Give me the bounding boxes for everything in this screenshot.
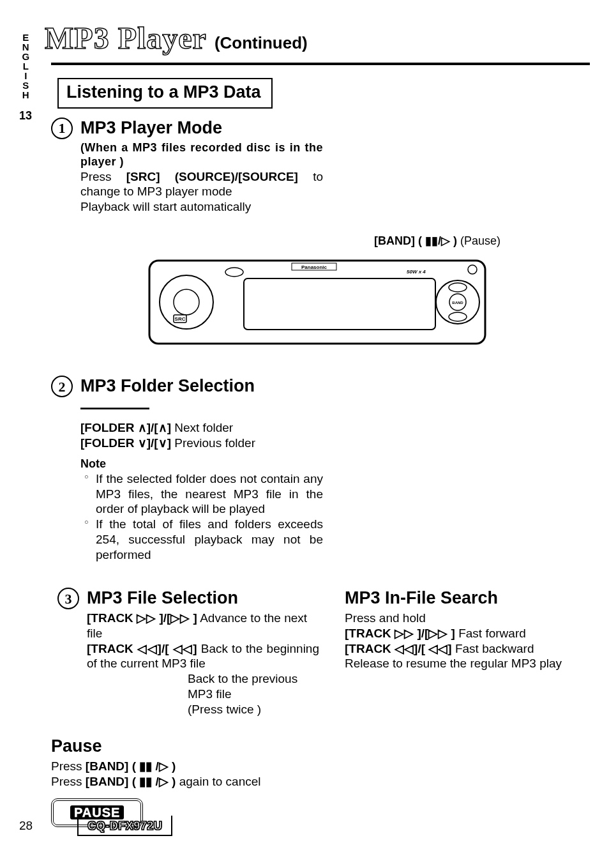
button-ref-track-back: [TRACK ◁◁]/[ ◁◁] [87, 642, 197, 655]
side-language-label: ENGLISH [19, 32, 31, 99]
text: Press [80, 170, 126, 183]
text: Previous folder [171, 436, 255, 450]
pause-section: Pause Press [BAND] ( ▮▮ /▷ ) Press [BAND… [51, 736, 319, 826]
infile-p2: Release to resume the regular MP3 play [345, 656, 581, 671]
button-ref-src: [SRC] (SOURCE)/[SOURCE] [126, 170, 298, 183]
button-ref-track-fwd: [TRACK ▷▷ ]/[▷▷ ] [345, 627, 455, 640]
button-ref-band: [BAND] ( ▮▮/▷ ) [374, 234, 457, 247]
model-number: CQ-DFX972U [87, 819, 162, 832]
button-ref-folder-up: [FOLDER ∧]/[∧] [80, 421, 171, 434]
step-3: 3 MP3 File Selection [TRACK ▷▷ ]/[▷▷ ] A… [57, 588, 319, 717]
page-title: MP3 Player [45, 19, 207, 57]
svg-point-2 [174, 289, 199, 315]
step-number-1: 1 [51, 118, 73, 139]
svg-point-15 [468, 265, 477, 274]
svg-point-12 [449, 312, 467, 321]
button-ref-band-pause: [BAND] ( ▮▮ /▷ ) [86, 775, 176, 788]
folder-prev: [FOLDER ∨]/[∨] Previous folder [80, 436, 323, 451]
model-chip: CQ-DFX972U [77, 816, 172, 836]
svg-rect-6 [244, 278, 435, 330]
step-1: 1 MP3 Player Mode (When a MP3 files reco… [51, 118, 590, 215]
infile-p1: Press and hold [345, 611, 581, 626]
button-ref-band-pause: [BAND] ( ▮▮ /▷ ) [86, 759, 176, 773]
car-stereo-diagram: SRC Panasonic 50W x 4 BAND [148, 254, 486, 350]
button-ref-track-back: [TRACK ◁◁]/[ ◁◁] [345, 642, 452, 655]
track-next: [TRACK ▷▷ ]/[▷▷ ] Advance to the next fi… [87, 611, 319, 641]
step-2: 2 MP3 Folder Selection ———— [FOLDER ∧]/[… [51, 376, 590, 562]
side-page-indicator: 13 [19, 109, 32, 123]
text: Fast backward [452, 642, 534, 655]
step-number-2: 2 [51, 376, 73, 397]
svg-text:Panasonic: Panasonic [301, 264, 327, 270]
infile-fb: [TRACK ◁◁]/[ ◁◁] Fast backward [345, 641, 581, 657]
svg-text:SRC: SRC [175, 316, 186, 322]
button-ref-track-fwd: [TRACK ▷▷ ]/[▷▷ ] [87, 611, 197, 625]
page-title-row: MP3 Player (Continued) [45, 19, 590, 57]
text: Press [51, 775, 86, 788]
step3-heading: MP3 File Selection [87, 588, 319, 609]
pause-line2: Press [BAND] ( ▮▮ /▷ ) again to cancel [51, 774, 319, 789]
track-prev3: (Press twice ) [87, 702, 319, 717]
svg-point-5 [225, 268, 243, 277]
pause-heading: Pause [51, 736, 319, 758]
step1-condition: (When a MP3 files recorded disc is in th… [80, 141, 323, 169]
button-ref-folder-down: [FOLDER ∨]/[∨] [80, 436, 171, 450]
step1-heading: MP3 Player Mode [80, 118, 323, 139]
step2-heading: MP3 Folder Selection ———— [80, 376, 323, 419]
note-label: Note [80, 457, 323, 471]
text: Next folder [171, 421, 233, 434]
text: again to cancel [176, 775, 260, 788]
pause-line1: Press [BAND] ( ▮▮ /▷ ) [51, 759, 319, 774]
infile-ff: [TRACK ▷▷ ]/[▷▷ ] Fast forward [345, 626, 581, 641]
svg-text:50W x 4: 50W x 4 [407, 269, 426, 275]
page-number: 28 [19, 818, 33, 834]
note-item-2: If the total of files and folders exceed… [87, 517, 323, 562]
svg-point-11 [449, 283, 467, 292]
step-number-3: 3 [57, 588, 79, 609]
section-heading-box: Listening to a MP3 Data [57, 78, 273, 109]
text: Fast forward [455, 627, 526, 640]
band-pause-callout: [BAND] ( ▮▮/▷ ) (Pause) [45, 234, 500, 248]
step1-note: Playback will start automatically [80, 199, 323, 215]
page-footer: 28 CQ-DFX972U [19, 816, 172, 836]
track-prev2: Back to the previous MP3 file [87, 671, 319, 702]
text: (Pause) [457, 234, 500, 247]
infile-heading: MP3 In-File Search [345, 588, 581, 609]
note-item-1: If the selected folder does not contain … [87, 471, 323, 517]
step1-instruction: Press [SRC] (SOURCE)/[SOURCE] to change … [80, 169, 323, 200]
title-rule [51, 63, 590, 65]
track-prev: [TRACK ◁◁]/[ ◁◁] Back to the beginning o… [87, 641, 319, 672]
folder-next: [FOLDER ∧]/[∧] Next folder [80, 420, 323, 436]
svg-text:BAND: BAND [452, 301, 463, 305]
text: Press [51, 759, 86, 773]
note-list: If the selected folder does not contain … [87, 471, 323, 563]
page-title-continued: (Continued) [214, 33, 308, 54]
